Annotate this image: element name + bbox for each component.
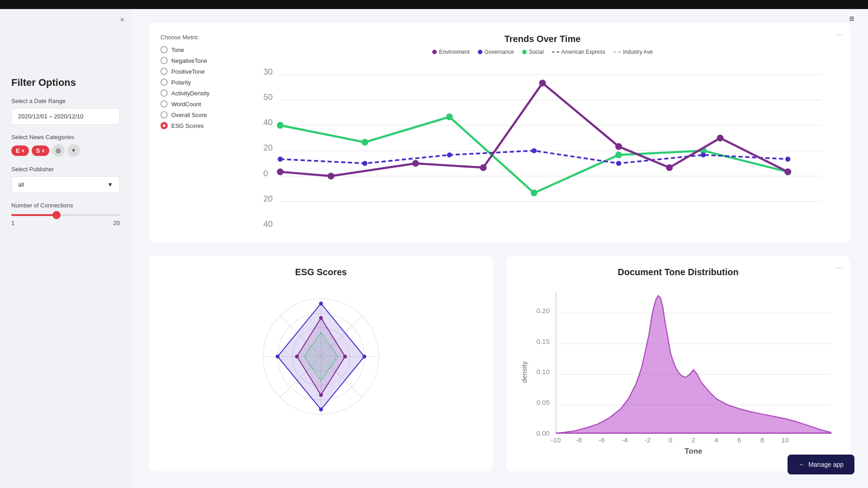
- metric-negativetone[interactable]: NegativeTone: [160, 57, 233, 64]
- svg-text:density: density: [520, 361, 528, 383]
- svg-text:-6: -6: [599, 436, 605, 444]
- date-range-value[interactable]: 2020/12/01 – 2020/12/10: [11, 108, 120, 125]
- radio-activitydensity[interactable]: [160, 89, 168, 97]
- svg-point-26: [785, 157, 790, 162]
- publisher-value: all: [18, 181, 24, 188]
- svg-point-23: [532, 148, 537, 153]
- svg-text:0.20: 0.20: [536, 307, 550, 315]
- svg-point-24: [616, 161, 621, 166]
- svg-point-34: [717, 135, 724, 141]
- svg-point-16: [531, 190, 538, 197]
- slider-min: 1: [11, 220, 14, 226]
- legend-industry-dash: [613, 52, 621, 52]
- legend-amex-label: American Express: [561, 49, 605, 55]
- svg-text:50: 50: [263, 92, 273, 102]
- legend-governance-label: Governance: [485, 49, 514, 55]
- hamburger-menu[interactable]: ≡: [849, 14, 854, 24]
- metric-polarity[interactable]: Polarity: [160, 79, 233, 86]
- trends-chart-title: Trends Over Time: [246, 34, 839, 44]
- legend-social-dot: [522, 50, 527, 54]
- trends-dots-menu[interactable]: ⋯: [835, 29, 843, 39]
- svg-point-20: [278, 157, 283, 162]
- manage-app-button[interactable]: ← Manage app: [788, 455, 854, 474]
- legend-industry-label: Industry Ave: [623, 49, 653, 55]
- metric-selector-title: Choose Metric: [160, 34, 233, 41]
- publisher-dropdown[interactable]: all ▼: [11, 176, 120, 193]
- svg-point-55: [319, 408, 323, 412]
- svg-point-25: [701, 152, 706, 157]
- svg-point-31: [539, 80, 546, 86]
- tone-dots-menu[interactable]: ⋯: [835, 263, 843, 272]
- svg-point-29: [412, 160, 419, 167]
- legend-governance: Governance: [478, 49, 514, 55]
- svg-point-22: [447, 152, 452, 157]
- metric-esgscores[interactable]: ESG Scores: [160, 122, 233, 129]
- metric-selector: Choose Metric Tone NegativeTone Positive…: [160, 34, 233, 133]
- top-bar: [0, 0, 868, 9]
- tone-chart-title: Document Tone Distribution: [518, 267, 839, 277]
- metric-polarity-label: Polarity: [171, 79, 191, 86]
- svg-point-53: [319, 302, 323, 306]
- metric-positivetone[interactable]: PositiveTone: [160, 68, 233, 75]
- svg-text:Tone: Tone: [684, 447, 702, 456]
- trends-chart-card: ⋯ Choose Metric Tone NegativeTone: [149, 23, 850, 242]
- svg-text:0: 0: [669, 436, 672, 444]
- tag-add-button[interactable]: ⊕: [52, 144, 65, 157]
- radio-polarity[interactable]: [160, 79, 168, 86]
- svg-point-28: [328, 173, 335, 179]
- radio-overallscore[interactable]: [160, 111, 168, 118]
- radio-tone[interactable]: [160, 46, 168, 53]
- metric-activitydensity[interactable]: ActivityDensity: [160, 89, 233, 97]
- trends-svg: 30 50 40 20 0 20 40: [246, 62, 839, 231]
- slider-thumb[interactable]: [52, 211, 61, 219]
- tag-dropdown-button[interactable]: ▼: [67, 144, 80, 157]
- sidebar: × Filter Options Select a Date Range 202…: [0, 9, 131, 488]
- metric-negativetone-label: NegativeTone: [171, 57, 208, 64]
- svg-text:10: 10: [781, 436, 789, 444]
- metric-wordcount[interactable]: WordCount: [160, 100, 233, 108]
- svg-point-17: [615, 151, 622, 158]
- tone-chart-card: ⋯ Document Tone Distribution 0.00 0.05 0…: [506, 256, 850, 471]
- slider-fill: [11, 214, 55, 216]
- bottom-charts-row: ESG Scores: [149, 256, 850, 471]
- radio-negativetone[interactable]: [160, 57, 168, 64]
- esg-chart-title: ESG Scores: [160, 267, 481, 277]
- publisher-label: Select Publisher: [11, 166, 120, 173]
- svg-text:20: 20: [263, 143, 273, 152]
- trends-chart-main: Trends Over Time Environment Governance: [246, 34, 839, 231]
- radio-wordcount[interactable]: [160, 100, 168, 108]
- metric-positivetone-label: PositiveTone: [171, 68, 205, 75]
- tag-e-close[interactable]: x: [22, 148, 24, 153]
- trends-chart-header: Choose Metric Tone NegativeTone Positive…: [160, 34, 839, 231]
- tone-distribution-svg: 0.00 0.05 0.10 0.15 0.20 -10 -8: [518, 284, 839, 460]
- radio-esgscores[interactable]: [160, 122, 168, 129]
- svg-point-58: [343, 355, 347, 359]
- content-area: ⋯ Choose Metric Tone NegativeTone: [131, 9, 868, 488]
- svg-text:40: 40: [263, 219, 273, 229]
- svg-point-57: [319, 316, 323, 320]
- svg-text:-8: -8: [576, 436, 582, 444]
- connections-section: Number of Connections 1 20: [11, 202, 120, 226]
- date-range-section: Select a Date Range 2020/12/01 – 2020/12…: [11, 98, 120, 125]
- tag-e[interactable]: E x: [11, 145, 29, 156]
- svg-text:-10: -10: [551, 436, 561, 444]
- trends-legend: Environment Governance Social Ameri: [246, 49, 839, 55]
- metric-tone[interactable]: Tone: [160, 46, 233, 53]
- tag-s[interactable]: S x: [32, 145, 49, 156]
- svg-text:20: 20: [263, 194, 273, 203]
- radio-positivetone[interactable]: [160, 68, 168, 75]
- tag-s-close[interactable]: x: [42, 148, 44, 153]
- esg-radar-svg: [249, 284, 393, 429]
- tag-s-label: S: [36, 147, 40, 154]
- legend-environment-label: Environment: [439, 49, 469, 55]
- close-button[interactable]: ×: [120, 16, 124, 24]
- tag-e-label: E: [16, 147, 20, 154]
- svg-text:-2: -2: [645, 436, 651, 444]
- svg-point-56: [276, 355, 280, 359]
- svg-text:0.00: 0.00: [536, 429, 550, 437]
- filter-title: Filter Options: [11, 77, 120, 89]
- svg-point-32: [615, 143, 622, 150]
- metric-overallscore[interactable]: Overall Score: [160, 111, 233, 118]
- tags-row: E x S x ⊕ ▼: [11, 144, 120, 157]
- svg-point-14: [362, 139, 368, 145]
